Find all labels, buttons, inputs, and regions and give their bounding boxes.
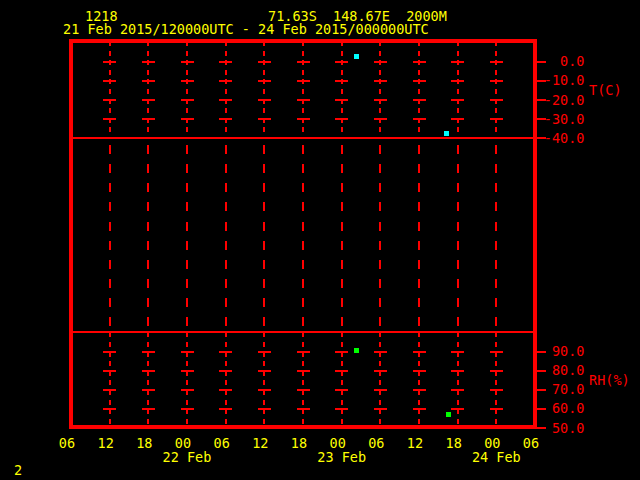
temperature-tick-label: -20.0 [544,92,585,108]
temperature-tick-label: 0.0 [560,53,584,69]
temperature-tick-label: -40.0 [544,130,585,146]
hour-label: 06 [59,435,75,451]
temperature-tick-label: -10.0 [544,72,585,88]
temperature-point [354,54,359,59]
meteogram-chart: 0.0-10.0-20.0-30.0-40.0T(C)90.080.070.06… [0,0,640,480]
relative_humidity-tick-label: 50.0 [552,420,585,436]
meteogram-screen: 1218 71.63S 148.67E 2000M 21 Feb 2015/12… [0,0,640,480]
relative_humidity-tick-label: 80.0 [552,362,585,378]
hour-label: 06 [214,435,230,451]
page-number: 2 [14,464,22,477]
hour-label: 12 [252,435,268,451]
date-label: 22 Feb [163,449,212,465]
relative_humidity-point [354,348,359,353]
date-label: 24 Feb [472,449,521,465]
temperature-tick-label: -30.0 [544,111,585,127]
temperature-axis-label: T(C) [589,82,622,98]
relative_humidity-axis-label: RH(%) [589,372,630,388]
hour-label: 06 [523,435,539,451]
hour-label: 12 [407,435,423,451]
relative_humidity-tick-label: 60.0 [552,400,585,416]
relative_humidity-tick-label: 90.0 [552,343,585,359]
relative_humidity-point [446,412,451,417]
hour-label: 18 [291,435,307,451]
hour-label: 18 [136,435,152,451]
hour-label: 06 [368,435,384,451]
relative_humidity-tick-label: 70.0 [552,381,585,397]
temperature-point [444,131,449,136]
hour-label: 12 [98,435,114,451]
hour-label: 18 [446,435,462,451]
date-label: 23 Feb [317,449,366,465]
